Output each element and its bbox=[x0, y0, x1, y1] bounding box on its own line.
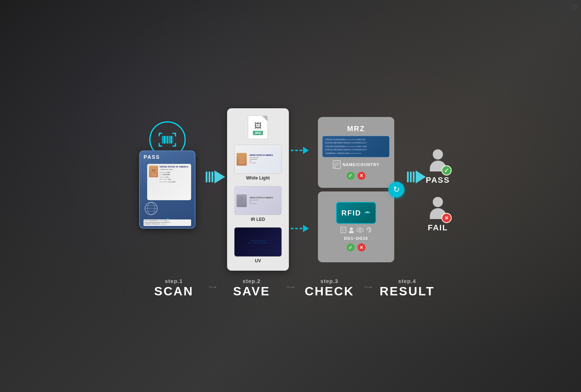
name-country-section: NAME/COUNTRY bbox=[333, 160, 379, 169]
id-card-inside: UNITED STATES OF AMERICA · PASSPORT CARD… bbox=[147, 164, 191, 200]
svg-point-21 bbox=[238, 161, 245, 164]
bottom-step3: step.3 CHECK bbox=[290, 278, 370, 298]
mini-photo-white bbox=[237, 153, 247, 166]
white-light-card: UNITED STATES OF AMERICA Nationality USA… bbox=[234, 145, 282, 174]
pass-person-silhouette: ✓ bbox=[426, 146, 450, 174]
svg-point-8 bbox=[150, 173, 157, 177]
mrz-check-card: MRZ IPUSAC03005988<<<<<<<<<A021CB B10101… bbox=[318, 117, 394, 188]
fail-label: FAIL bbox=[428, 223, 448, 233]
rfid-pass-icon: ✓ bbox=[347, 243, 355, 251]
mrz-pass-icon: ✓ bbox=[347, 172, 355, 180]
rfid-check-results: ✓ ✕ bbox=[347, 243, 366, 251]
bottom-step4: step.4 RESULT bbox=[367, 278, 447, 298]
step2-sub-label: step.2 bbox=[243, 278, 261, 284]
ir-led-section: UNITED STATES OF AMERICA Nationality USA… bbox=[234, 186, 282, 222]
uv-section: IPUSAC03005988<<B101013M1806 ⬡ UV bbox=[234, 227, 282, 263]
mini-photo-ir bbox=[237, 194, 247, 207]
svg-rect-6 bbox=[173, 136, 173, 144]
bottom-step2: step.2 SAVE bbox=[211, 278, 291, 298]
pass-label: PASS bbox=[426, 175, 450, 185]
passport-globe-icon bbox=[144, 202, 158, 217]
pass-check-badge: ✓ bbox=[441, 165, 452, 175]
dashed-arrow-to-mrz bbox=[291, 147, 316, 154]
step3-sub-label: step.3 bbox=[320, 278, 338, 284]
uv-label: UV bbox=[255, 258, 261, 263]
sync-icon: ↻ bbox=[388, 182, 404, 198]
svg-rect-1 bbox=[164, 136, 165, 144]
passport-mrz-strip: IPUSAC03005988<<<<<<<<<A021S B101013M180… bbox=[144, 219, 191, 226]
ir-led-card: UNITED STATES OF AMERICA Nationality USA… bbox=[234, 186, 282, 215]
svg-point-10 bbox=[154, 170, 155, 171]
dg-icons-row bbox=[340, 227, 372, 233]
jpg-label: JPG bbox=[253, 131, 263, 135]
rfid-signal-icon bbox=[364, 210, 371, 216]
svg-rect-2 bbox=[166, 136, 166, 144]
step1-main-label: SCAN bbox=[154, 284, 193, 298]
step4-main-label: RESULT bbox=[380, 284, 435, 298]
svg-rect-24 bbox=[333, 161, 340, 169]
mrz-title: MRZ bbox=[347, 125, 365, 133]
white-light-label: White Light bbox=[246, 175, 270, 181]
arrow-step3-to-step4 bbox=[407, 170, 426, 183]
svg-rect-3 bbox=[167, 136, 168, 144]
uv-card: IPUSAC03005988<<B101013M1806 ⬡ bbox=[234, 227, 282, 256]
pass-person-head bbox=[433, 149, 443, 159]
svg-point-28 bbox=[334, 166, 336, 168]
step4-sub-label: step.4 bbox=[398, 278, 416, 284]
name-country-label: NAME/COUNTRY bbox=[343, 162, 379, 167]
dg-fingerprint-icon bbox=[366, 227, 372, 233]
svg-rect-5 bbox=[170, 136, 172, 144]
step1-sub-label: step.1 bbox=[165, 278, 183, 284]
result-fail-card: ✕ FAIL bbox=[426, 194, 450, 233]
svg-point-20 bbox=[239, 155, 244, 160]
svg-rect-4 bbox=[169, 136, 170, 144]
mrz-check-results: ✓ ✕ bbox=[347, 172, 366, 180]
document-icon bbox=[333, 160, 341, 169]
svg-point-34 bbox=[350, 227, 353, 230]
passport-pass-label: PASS bbox=[144, 154, 160, 160]
svg-point-23 bbox=[238, 202, 245, 205]
svg-rect-0 bbox=[162, 136, 163, 144]
step4-result-area: ✓ PASS ✕ FAIL bbox=[426, 146, 450, 233]
svg-point-9 bbox=[152, 170, 153, 171]
arrow-step1-to-step2 bbox=[206, 170, 225, 183]
id-card-photo bbox=[149, 166, 158, 177]
svg-point-35 bbox=[349, 231, 354, 233]
dg-label: DG1~DG16 bbox=[344, 236, 368, 241]
mrz-fail-icon: ✕ bbox=[358, 172, 366, 180]
image-icon: 🖼 bbox=[254, 122, 262, 130]
ir-led-label: IR LED bbox=[251, 217, 265, 222]
fail-person-head bbox=[433, 197, 443, 207]
dg-doc-icon bbox=[340, 227, 346, 233]
mrz-data-display: IPUSAC03005988<<<<<<<<<A021CB B101013M18… bbox=[322, 136, 390, 157]
svg-point-38 bbox=[359, 230, 360, 231]
white-light-section: UNITED STATES OF AMERICA Nationality USA… bbox=[234, 145, 282, 181]
step3-main-label: CHECK bbox=[305, 284, 354, 298]
svg-point-29 bbox=[367, 213, 368, 214]
fail-person-silhouette: ✕ bbox=[426, 194, 450, 221]
passport-card: PASS bbox=[139, 150, 195, 229]
svg-point-22 bbox=[239, 197, 244, 202]
step2-card: 🖼 JPG UNITED STATES bbox=[227, 108, 289, 271]
result-pass-card: ✓ PASS bbox=[426, 146, 450, 185]
step2-save-area: 🖼 JPG UNITED STATES bbox=[227, 108, 289, 271]
step2-main-label: SAVE bbox=[233, 284, 270, 298]
bottom-steps-labels: step.1 SCAN ···→ step.2 SAVE ···→ step.3… bbox=[134, 278, 447, 298]
id-card-text: UNITED STATES OF AMERICA · PASSPORT CARD… bbox=[160, 166, 188, 183]
fail-x-badge: ✕ bbox=[441, 213, 452, 223]
main-container: PASS bbox=[0, 0, 581, 392]
rfid-check-card: RFID bbox=[318, 191, 394, 262]
rfid-badge: RFID bbox=[336, 202, 376, 224]
rfid-label: RFID bbox=[342, 209, 362, 217]
dg-eye-icon bbox=[356, 227, 364, 233]
dg-person-icon bbox=[348, 227, 354, 233]
bottom-step1: step.1 SCAN bbox=[134, 278, 214, 298]
jpg-file-section: 🖼 JPG bbox=[248, 116, 268, 139]
step3-check-area: MRZ IPUSAC03005988<<<<<<<<<A021CB B10101… bbox=[318, 117, 394, 262]
workflow-diagram: PASS bbox=[131, 94, 450, 271]
arrows-step2-to-step3 bbox=[291, 112, 316, 268]
rfid-fail-icon: ✕ bbox=[358, 243, 366, 251]
dashed-arrow-to-rfid bbox=[291, 225, 316, 232]
step1-scan-area: PASS bbox=[131, 150, 204, 229]
jpg-file-icon-shape: 🖼 JPG bbox=[248, 116, 268, 139]
